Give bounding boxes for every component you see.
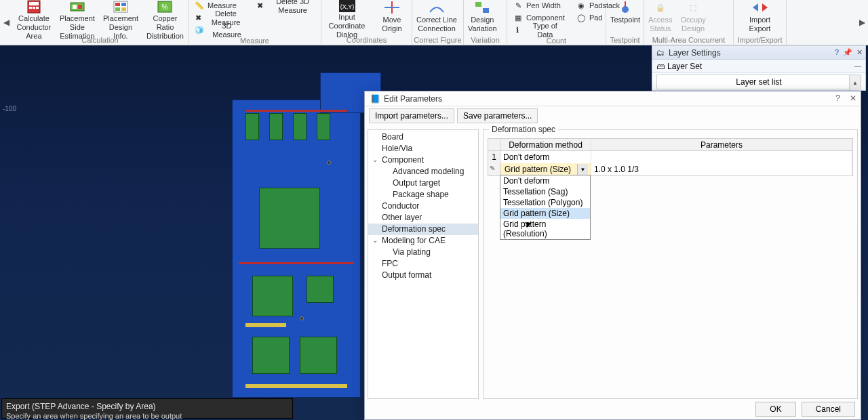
ribbon-group-concurrent: 🔒 Access Status ⬚ Occupy Design Multi-Ar… — [644, 0, 734, 45]
pin-icon[interactable]: 📌 — [843, 48, 852, 57]
tree-deformation-spec[interactable]: Deformation spec — [368, 224, 478, 235]
svg-rect-3 — [33, 7, 35, 9]
layer-set-list-header: Layer set list — [736, 77, 781, 87]
option-grid-resolution[interactable]: Grid pattern (Resolution) — [500, 219, 590, 239]
tree-holevia[interactable]: Hole/Via — [368, 143, 478, 154]
tree-modeling-cae[interactable]: Modeling for CAE — [368, 235, 478, 247]
row1-params[interactable] — [591, 151, 852, 163]
svg-text:%: % — [162, 3, 168, 11]
ribbon-scroll-right[interactable]: ▶ — [856, 0, 868, 45]
import-parameters-button[interactable]: Import parameters... — [369, 108, 454, 123]
calc-conductor-area-button[interactable]: Calculate Conductor Area — [12, 0, 56, 35]
layer-settings-panel: 🗂 Layer Settings ? 📌 ✕ 🗃 Layer Set — Lay… — [652, 45, 866, 91]
fieldset-legend: Deformation spec — [489, 125, 558, 134]
tree-other-layer[interactable]: Other layer — [368, 212, 478, 224]
type-data-button[interactable]: ℹType of Data — [510, 24, 568, 36]
layer-set-label: Layer Set — [667, 62, 702, 71]
input-coordinate-button[interactable]: (X,Y) Input Coordinate Dialog — [321, 0, 372, 35]
cancel-button[interactable]: Cancel — [802, 402, 855, 417]
option-dont-deform[interactable]: Don't deform — [500, 175, 590, 186]
chevron-down-icon[interactable]: ▼ — [577, 164, 588, 175]
design-variation-button[interactable]: Design Variation — [464, 0, 501, 35]
ok-button[interactable]: OK — [755, 402, 795, 417]
measure-3d-button[interactable]: 🧊3D Measure — [191, 24, 250, 36]
layer-set-list[interactable]: Layer set list ▲ — [656, 75, 861, 89]
option-grid-size[interactable]: Grid pattern (Size) — [500, 208, 590, 219]
svg-point-21 — [622, 6, 629, 13]
tree-output-target[interactable]: Output target — [368, 177, 478, 189]
tree-package-shape[interactable]: Package shape — [368, 189, 478, 201]
group-label-testpoint: Testpoint — [606, 35, 644, 45]
deformation-spec-fieldset: Deformation spec Deformation method Para… — [483, 129, 858, 399]
row2-number[interactable]: ✎ — [488, 163, 500, 175]
tree-board[interactable]: Board — [368, 131, 478, 143]
collapse-icon[interactable]: — — [854, 62, 861, 70]
group-label-variation: Variation — [464, 35, 507, 45]
tree-fpc[interactable]: FPC — [368, 258, 478, 270]
dialog-close-icon[interactable]: ✕ — [850, 93, 856, 103]
dropdown-selected: Grid pattern (Size) — [503, 165, 571, 174]
group-label-concurrent: Multi-Area Concurrent Design — [644, 35, 733, 45]
tree-output-format[interactable]: Output format — [368, 270, 478, 281]
ribbon-group-variation: Design Variation Variation — [464, 0, 507, 45]
help-icon[interactable]: ? — [835, 48, 839, 57]
pen-icon: ✎ — [513, 1, 524, 12]
row2-params[interactable]: 1.0 x 1.0 1/3 — [591, 163, 852, 175]
svg-text:(X,Y): (X,Y) — [340, 3, 354, 10]
row2-method-cell[interactable]: Grid pattern (Size) ▼ — [500, 163, 591, 175]
correct-line-button[interactable]: Correct Line Connection — [412, 0, 461, 35]
placement-side-button[interactable]: Placement Side Estimation — [56, 0, 99, 35]
ribbon-group-calculation: Calculate Conductor Area Placement Side … — [12, 0, 189, 45]
delete-3d-measure-button[interactable]: ✖Delete 3D Measure — [254, 0, 321, 12]
testpoint-button[interactable]: Testpoint — [606, 0, 644, 35]
pen-width-button[interactable]: ✎Pen Width — [510, 0, 568, 12]
tree-conductor[interactable]: Conductor — [368, 201, 478, 212]
option-tessellation-sag[interactable]: Tessellation (Sag) — [500, 186, 590, 197]
deformation-method-dropdown[interactable]: Grid pattern (Size) ▼ — [503, 164, 588, 175]
col-header-method[interactable]: Deformation method — [500, 139, 591, 150]
occupy-design-button: ⬚ Occupy Design — [676, 0, 709, 35]
ribbon-group-measure: 📏Measure ✖Delete Measure 🧊3D Measure ✖De… — [189, 0, 321, 45]
tree-component[interactable]: Component — [368, 154, 478, 166]
svg-rect-11 — [115, 7, 120, 11]
dialog-help-icon[interactable]: ? — [835, 93, 840, 103]
origin-icon — [382, 0, 401, 15]
row1-method[interactable]: Don't deform — [500, 151, 591, 163]
pad-icon: ◯ — [576, 13, 587, 24]
svg-rect-4 — [36, 7, 39, 9]
tree-advanced-modeling[interactable]: Advanced modeling — [368, 166, 478, 177]
cube-icon: 🧊 — [194, 25, 205, 36]
deformation-method-options[interactable]: Don't deform Tessellation (Sag) Tessella… — [500, 175, 591, 240]
dialog-icon: 📘 — [370, 94, 380, 104]
row1-number[interactable]: 1 — [488, 151, 500, 163]
copper-ratio-button[interactable]: % Copper Ratio Distribution — [142, 0, 188, 35]
delete-measure-icon: ✖ — [194, 13, 203, 24]
col-header-params[interactable]: Parameters — [591, 139, 852, 150]
save-parameters-button[interactable]: Save parameters... — [457, 108, 538, 123]
move-origin-button[interactable]: Move Origin — [372, 0, 412, 35]
variation-icon — [473, 0, 492, 15]
deformation-grid[interactable]: Deformation method Parameters 1 Don't de… — [488, 138, 853, 176]
correct-line-icon — [427, 0, 446, 15]
access-status-button: 🔒 Access Status — [644, 0, 676, 35]
group-label-count: Count — [507, 36, 606, 46]
xy-icon: (X,Y) — [338, 0, 357, 12]
group-label-impexp: Import/Export — [734, 35, 786, 45]
layers-icon: 🗂 — [656, 48, 666, 58]
import-export-icon — [751, 0, 770, 15]
ribbon-scroll-left[interactable]: ◀ — [0, 0, 12, 45]
layer-settings-titlebar[interactable]: 🗂 Layer Settings ? 📌 ✕ — [652, 46, 865, 60]
layer-settings-title: Layer Settings — [669, 48, 721, 58]
placement-info-button[interactable]: Placement Design Info. — [99, 0, 142, 35]
parameters-tree[interactable]: Board Hole/Via Component Advanced modeli… — [368, 129, 479, 399]
tree-via-plating[interactable]: Via plating — [368, 247, 478, 258]
grid-corner — [488, 139, 500, 150]
option-tessellation-polygon[interactable]: Tessellation (Polygon) — [500, 197, 590, 208]
layer-set-header[interactable]: 🗃 Layer Set — — [652, 60, 865, 73]
dialog-titlebar[interactable]: 📘 Edit Parameters ? ✕ — [365, 91, 861, 106]
close-icon[interactable]: ✕ — [856, 48, 863, 57]
import-export-button[interactable]: Import Export — [734, 0, 786, 35]
scroll-up-icon[interactable]: ▲ — [849, 75, 861, 90]
ruler-icon: 📏 — [194, 1, 205, 12]
ruler-label: -100 — [3, 105, 16, 112]
